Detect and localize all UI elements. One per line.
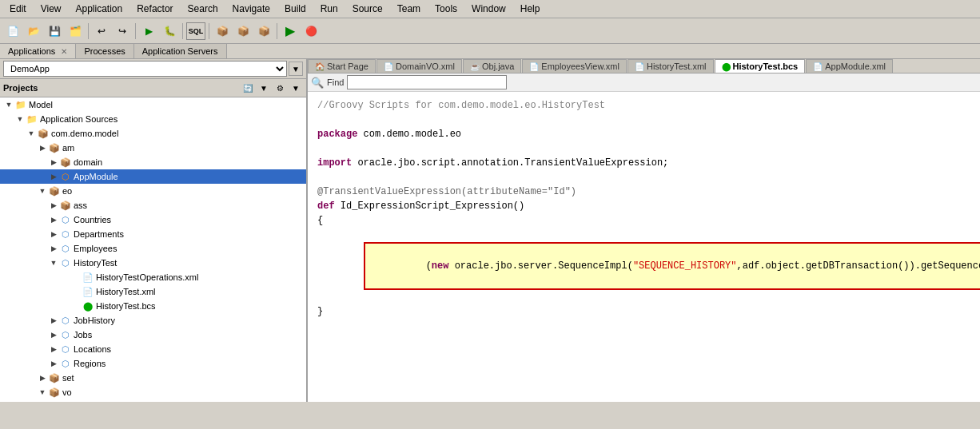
menu-build[interactable]: Build [278,2,313,16]
more-btn[interactable]: ▼ [289,81,303,95]
expand-locations[interactable]: ▶ [48,344,59,355]
expand-regions[interactable]: ▶ [48,358,59,369]
expand-set[interactable]: ▶ [37,372,48,383]
menu-navigate[interactable]: Navigate [226,2,277,16]
editor-tab-domainvo[interactable]: 📄 DomainVO.xml [376,59,462,73]
toolbar-deploy-btn[interactable]: 📦 [213,22,232,40]
panel-tab-processes[interactable]: Processes [76,44,133,58]
menu-refactor[interactable]: Refactor [130,2,179,16]
expand-jobs[interactable]: ▶ [48,329,59,340]
tree-item-com-demo-model[interactable]: ▼ 📦 com.demo.model [0,126,306,141]
expand-model[interactable]: ▼ [3,99,14,110]
tree-item-model[interactable]: ▼ 📁 Model [0,97,306,112]
expand-appmodule[interactable]: ▶ [48,171,59,182]
code-blank3 [317,170,970,185]
expand-com-demo-model[interactable]: ▼ [26,128,37,139]
tree-item-appsources[interactable]: ▼ 📁 Application Sources [0,112,306,126]
expand-am[interactable]: ▶ [37,142,48,153]
menu-help[interactable]: Help [514,2,547,16]
expand-ass[interactable]: ▶ [48,200,59,211]
expand-vo[interactable]: ▼ [37,387,48,398]
folder-icon: 📁 [26,113,38,125]
package-icon: 📦 [48,185,61,197]
package-icon: 📦 [48,386,61,399]
menu-run[interactable]: Run [314,2,345,16]
toolbar-sql-btn[interactable]: SQL [186,22,205,40]
tree-item-jobs[interactable]: ▶ ⬡ Jobs [0,328,306,342]
tree-item-historytest-xml[interactable]: ▶ 📄 HistoryTest.xml [0,284,306,299]
expand-appsources[interactable]: ▼ [14,113,26,125]
package-icon: 📦 [59,199,72,212]
editor-tab-historytest-xml[interactable]: 📄 HistoryTest.xml [627,59,714,73]
expand-eo[interactable]: ▼ [37,185,48,197]
panel-tab-appservers[interactable]: Application Servers [134,44,227,58]
entity-icon: ⬡ [59,242,72,255]
project-dropdown-btn[interactable]: ▼ [289,62,303,76]
menu-application[interactable]: Application [69,2,129,16]
project-dropdown[interactable]: DemoApp [3,61,287,77]
toolbar-play-btn[interactable]: ▶ [281,22,300,40]
code-import: import oracle.jbo.script.annotation.Tran… [317,156,970,170]
toolbar-deploy2-btn[interactable]: 📦 [233,22,253,40]
toolbar-new-btn[interactable]: 📄 [3,22,22,40]
tree-item-eo[interactable]: ▼ 📦 eo [0,184,306,198]
expand-history[interactable]: ▼ [48,401,59,402]
refresh-btn[interactable]: 🔄 [241,81,255,95]
editor-tab-startpage[interactable]: 🏠 Start Page [308,59,376,73]
expand-historytest[interactable]: ▼ [48,257,59,268]
expand-countries[interactable]: ▶ [48,214,59,225]
toolbar-deploy3-btn[interactable]: 📦 [254,22,273,40]
menu-search[interactable]: Search [181,2,225,16]
expand-domain[interactable]: ▶ [48,157,59,168]
tree-item-domain[interactable]: ▶ 📦 domain [0,155,306,169]
left-panel: DemoApp ▼ Projects 🔄 ▼ ⚙ ▼ ▼ 📁 Model [0,59,308,402]
editor-tab-employeesview[interactable]: 📄 EmployeesView.xml [522,59,627,73]
menu-view[interactable]: View [34,2,68,16]
toolbar-undo-btn[interactable]: ↩ [92,22,111,40]
tree-item-appmodule[interactable]: ▶ ⬡ AppModule [0,169,306,184]
tree-item-countries[interactable]: ▶ ⬡ Countries [0,213,306,227]
tree-item-am[interactable]: ▶ 📦 am [0,141,306,155]
tree-item-set[interactable]: ▶ 📦 set [0,371,306,385]
xml-icon: 📄 [82,271,94,284]
tree-item-history[interactable]: ▼ 📦 history [0,399,306,402]
tree-item-vo[interactable]: ▼ 📦 vo [0,385,306,399]
code-area[interactable]: //Groovy Scripts for com.demo.model.eo.H… [308,92,980,402]
settings-btn[interactable]: ⚙ [273,81,287,95]
toolbar-save-btn[interactable]: 💾 [45,22,64,40]
toolbar-redo-btn[interactable]: ↪ [113,22,132,40]
menu-source[interactable]: Source [346,2,389,16]
panel-tab-applications[interactable]: Applications ✕ [0,44,76,58]
toolbar-saveall-btn[interactable]: 🗂️ [66,22,85,40]
tree-item-historytest-bcs[interactable]: ▶ ⬤ HistoryTest.bcs [0,299,306,313]
tree-item-ass[interactable]: ▶ 📦 ass [0,198,306,213]
expand-jobhistory[interactable]: ▶ [48,315,59,326]
toolbar-open-btn[interactable]: 📂 [24,22,43,40]
editor-tab-appmodule[interactable]: 📄 AppModule.xml [806,59,893,73]
menu-window[interactable]: Window [465,2,512,16]
panel-tab-applications-close[interactable]: ✕ [61,47,67,56]
editor-tab-obj[interactable]: ☕ Obj.java [463,59,521,73]
menu-bar: Edit View Application Refactor Search Na… [0,0,980,18]
expand-departments[interactable]: ▶ [48,228,59,240]
toolbar-debug-btn[interactable]: 🐛 [160,22,179,40]
tree-item-regions[interactable]: ▶ ⬡ Regions [0,356,306,371]
tree-item-historytest[interactable]: ▼ ⬡ HistoryTest [0,256,306,270]
search-input[interactable] [347,75,507,89]
editor-tab-historytest-bcs[interactable]: ⬤ HistoryTest.bcs [715,59,806,73]
tree-item-departments[interactable]: ▶ ⬡ Departments [0,227,306,241]
tree-item-historytestops[interactable]: ▶ 📄 HistoryTestOperations.xml [0,270,306,284]
tree-item-locations[interactable]: ▶ ⬡ Locations [0,342,306,356]
tree-item-employees[interactable]: ▶ ⬡ Employees [0,241,306,256]
bcs-icon: ⬤ [82,300,94,312]
project-tree[interactable]: ▼ 📁 Model ▼ 📁 Application Sources ▼ 📦 co… [0,97,306,402]
tree-item-jobhistory[interactable]: ▶ ⬡ JobHistory [0,313,306,328]
menu-team[interactable]: Team [391,2,427,16]
toolbar-run-btn[interactable]: ▶ [139,22,158,40]
toolbar-bug-btn[interactable]: 🔴 [301,22,321,40]
menu-edit[interactable]: Edit [3,2,33,16]
filter-btn[interactable]: ▼ [257,81,271,95]
projects-tools: 🔄 ▼ ⚙ ▼ [241,81,303,95]
expand-employees[interactable]: ▶ [48,243,59,254]
menu-tools[interactable]: Tools [428,2,464,16]
